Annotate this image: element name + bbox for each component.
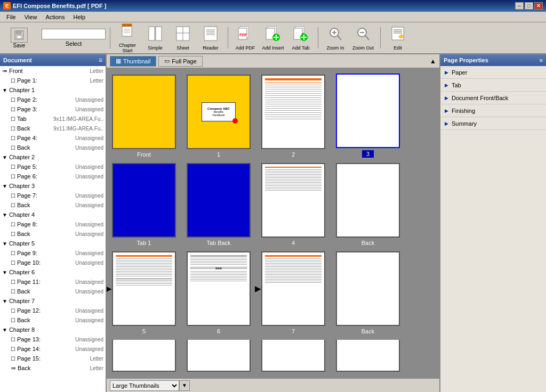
tree-item-7[interactable]: ☐ Page 4: Unassigned bbox=[0, 133, 106, 143]
simple-button[interactable]: Simple bbox=[142, 24, 168, 51]
tree-item-value: Unassigned bbox=[75, 145, 103, 151]
thumb-11[interactable] bbox=[336, 340, 400, 372]
restore-button[interactable]: □ bbox=[525, 2, 533, 10]
tree-item-10[interactable]: ☐ Page 5: Unassigned bbox=[0, 162, 106, 172]
tree-item-2[interactable]: ▼ Chapter 1 bbox=[0, 85, 106, 95]
thumb-7-arrow: ▶ bbox=[255, 284, 261, 293]
tree-item-value: Unassigned bbox=[75, 107, 103, 112]
thumb-2-label: 2 bbox=[292, 151, 295, 158]
close-button[interactable]: ✕ bbox=[534, 2, 543, 10]
thumb-10[interactable] bbox=[261, 340, 325, 372]
select-area: Select bbox=[42, 29, 106, 47]
thumb-7[interactable]: ▶ bbox=[261, 251, 325, 334]
prop-item-document-front-back[interactable]: ▶ Document Front/Back bbox=[440, 92, 546, 104]
tree-item-21[interactable]: ▼ Chapter 6 bbox=[0, 267, 106, 277]
tree-item-icon: ≔ bbox=[11, 365, 16, 371]
menu-actions[interactable]: Actions bbox=[41, 13, 69, 21]
thumbnail-size-dropdown-btn[interactable]: ▼ bbox=[179, 380, 190, 391]
minimize-button[interactable]: ─ bbox=[515, 2, 524, 10]
thumb-tab1[interactable]: Tab 1 bbox=[112, 163, 176, 246]
thumb-front[interactable]: Front bbox=[112, 75, 176, 158]
tree-item-13[interactable]: ☐ Page 7: Unassigned bbox=[0, 191, 106, 200]
scroll-top-icon[interactable]: ▲ bbox=[430, 58, 436, 65]
prop-item-finishing[interactable]: ▶ Finishing bbox=[440, 104, 546, 117]
menu-view[interactable]: View bbox=[20, 13, 42, 21]
thumb-4-label: 4 bbox=[292, 240, 295, 246]
chapter-start-button[interactable]: Chapter Start bbox=[115, 24, 140, 51]
tree-item-9[interactable]: ▼ Chapter 2 bbox=[0, 152, 106, 162]
prop-item-tab[interactable]: ▶ Tab bbox=[440, 79, 546, 92]
tree-item-31[interactable]: ≔ Back Letter bbox=[0, 363, 106, 373]
save-button[interactable] bbox=[11, 28, 28, 43]
thumbnail-view-button[interactable]: ▦ Thumbnail bbox=[110, 56, 156, 67]
tree-item-29[interactable]: ☐ Page 14: Unassigned bbox=[0, 344, 106, 354]
thumb-tab1-label: Tab 1 bbox=[137, 240, 151, 246]
tree-item-8[interactable]: ☐ Back Unassigned bbox=[0, 143, 106, 152]
panel-menu-icon[interactable]: ≡ bbox=[99, 56, 102, 64]
tree-item-icon: ☐ bbox=[11, 260, 15, 266]
reader-button[interactable]: Reader bbox=[198, 24, 223, 51]
thumb-5[interactable]: ▶ bbox=[112, 251, 176, 334]
thumb-9[interactable] bbox=[187, 340, 251, 372]
tree-item-23[interactable]: ☐ Back Unassigned bbox=[0, 287, 106, 296]
thumb-4[interactable]: 4 bbox=[261, 163, 325, 246]
thumb-back1[interactable]: Back bbox=[336, 163, 400, 246]
tree-item-0[interactable]: ≔ Front Letter bbox=[0, 66, 106, 76]
tree-item-4[interactable]: ☐ Page 3: Unassigned bbox=[0, 104, 106, 114]
tree-item-25[interactable]: ☐ Page 12: Unassigned bbox=[0, 306, 106, 315]
menu-help[interactable]: Help bbox=[69, 13, 90, 21]
thumb-8[interactable] bbox=[112, 340, 176, 372]
tree-item-11[interactable]: ☐ Page 6: Unassigned bbox=[0, 172, 106, 181]
thumbnail-size-select[interactable]: Large Thumbnails Medium Thumbnails Small… bbox=[110, 380, 179, 391]
sheet-button[interactable]: Sheet bbox=[170, 24, 196, 51]
page-properties-header: Page Properties ≡ bbox=[440, 54, 546, 66]
thumb-2[interactable]: 2 bbox=[261, 75, 325, 158]
tree-item-19[interactable]: ☐ Page 9: Unassigned bbox=[0, 248, 106, 258]
tree-item-28[interactable]: ☐ Page 13: Unassigned bbox=[0, 334, 106, 344]
edit-button[interactable]: Edit bbox=[385, 24, 411, 51]
thumb-6[interactable]: ▦▦▦ 6 bbox=[187, 251, 251, 334]
tree-item-24[interactable]: ▼ Chapter 7 bbox=[0, 296, 106, 306]
prop-menu-icon[interactable]: ≡ bbox=[540, 57, 543, 63]
tree-item-6[interactable]: ☐ Back 9x11.IMG-AREA.Fu.. bbox=[0, 124, 106, 133]
zoom-in-button[interactable]: Zoom In bbox=[323, 24, 348, 51]
tree-item-20[interactable]: ☐ Page 10: Unassigned bbox=[0, 258, 106, 267]
tree-item-3[interactable]: ☐ Page 2: Unassigned bbox=[0, 95, 106, 104]
tree-item-22[interactable]: ☐ Page 11: Unassigned bbox=[0, 277, 106, 287]
prop-item-summary[interactable]: ▶ Summary bbox=[440, 117, 546, 130]
thumb-tabback[interactable]: Tab Back bbox=[187, 163, 251, 246]
thumb-3[interactable]: 3 bbox=[336, 74, 400, 158]
tree-item-icon: ☐ bbox=[11, 116, 15, 122]
thumb-back2[interactable]: Back bbox=[336, 251, 400, 334]
tree-item-1[interactable]: ☐ Page 1: Letter bbox=[0, 76, 106, 85]
tree-item-label: Chapter 7 bbox=[9, 298, 103, 304]
page-properties-title: Page Properties bbox=[444, 57, 488, 63]
svg-line-39 bbox=[365, 36, 369, 40]
save-icon bbox=[14, 30, 24, 40]
reader-icon bbox=[203, 26, 218, 44]
tree-item-12[interactable]: ▼ Chapter 3 bbox=[0, 181, 106, 191]
full-page-view-button[interactable]: ▭ Full Page bbox=[158, 56, 202, 67]
tree-item-18[interactable]: ▼ Chapter 5 bbox=[0, 239, 106, 248]
tree-item-14[interactable]: ☐ Back Unassigned bbox=[0, 200, 106, 210]
add-pdf-button[interactable]: PDF Add PDF bbox=[232, 24, 258, 51]
zoom-out-button[interactable]: Zoom Out bbox=[350, 24, 376, 51]
tree-item-27[interactable]: ▼ Chapter 8 bbox=[0, 325, 106, 334]
tree-item-icon: ☐ bbox=[11, 164, 15, 170]
tree-item-26[interactable]: ☐ Back Unassigned bbox=[0, 315, 106, 325]
tree-item-label: Back bbox=[17, 125, 51, 132]
add-tab-button[interactable]: Add Tab bbox=[288, 24, 314, 51]
tree-item-5[interactable]: ☐ Tab 9x11.IMG-AREA.Fu.. bbox=[0, 114, 106, 124]
tree-item-15[interactable]: ▼ Chapter 4 bbox=[0, 210, 106, 219]
add-insert-button[interactable]: Add Insert bbox=[260, 24, 286, 51]
tree-item-16[interactable]: ☐ Page 8: Unassigned bbox=[0, 219, 106, 229]
tree-item-30[interactable]: ☐ Page 15: Letter bbox=[0, 354, 106, 363]
tree-item-label: Page 9: bbox=[17, 250, 73, 256]
select-input[interactable] bbox=[42, 29, 106, 39]
prop-arrow-paper: ▶ bbox=[445, 70, 448, 75]
thumb-1[interactable]: Company ABC Benefits Handbook 1 bbox=[187, 75, 251, 158]
thumbnail-label: Thumbnail bbox=[123, 58, 150, 64]
menu-file[interactable]: File bbox=[2, 13, 20, 21]
tree-item-17[interactable]: ☐ Back Unassigned bbox=[0, 229, 106, 239]
prop-item-paper[interactable]: ▶ Paper bbox=[440, 66, 546, 79]
